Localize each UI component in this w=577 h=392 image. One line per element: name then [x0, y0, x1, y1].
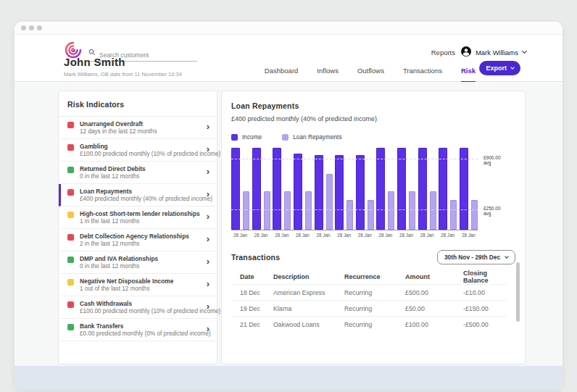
- date-range-select[interactable]: 30th Nov - 29th Dec: [437, 250, 515, 264]
- bar-group: [231, 148, 249, 230]
- income-bar: [439, 148, 447, 230]
- table-cell: Oakwood Loans: [273, 321, 344, 328]
- income-bar: [460, 148, 468, 230]
- tab-dashboard[interactable]: Dashboard: [265, 67, 298, 81]
- loan-repayments-bar: [450, 200, 457, 230]
- risk-item-subtitle: 12 days in the last 12 months: [80, 128, 157, 136]
- window-control-dot[interactable]: [21, 25, 26, 30]
- bar-group: [439, 148, 457, 230]
- risk-item-title: Negative Net Disposable Income: [80, 278, 173, 285]
- chevron-down-icon: [510, 65, 515, 70]
- risk-list-item[interactable]: Negative Net Disposable Income1 out of t…: [59, 274, 217, 296]
- x-axis-label: 28 Jan: [439, 233, 457, 238]
- table-scrollbar[interactable]: [516, 262, 520, 322]
- x-axis-label: 28 Jan: [356, 233, 374, 238]
- table-row[interactable]: 18 DecAmerican ExpressRecurring£500.00-£…: [231, 284, 507, 300]
- risk-list-item[interactable]: Cash Withdrawals£100.00 predicted monthl…: [59, 296, 217, 319]
- status-square-icon: [67, 167, 74, 173]
- status-square-icon: [67, 144, 74, 151]
- column-header: Date: [240, 273, 273, 280]
- risk-indicators-panel: Risk Indicators Unarranged Overdraft12 d…: [58, 91, 217, 364]
- chart-ylabels: £900.00avg£250.00avg: [478, 148, 515, 230]
- legend-label: Loan Repayments: [293, 133, 341, 141]
- loan-repayments-bar: [284, 191, 291, 230]
- reports-link[interactable]: Reports: [431, 49, 455, 57]
- tab-inflows[interactable]: Inflows: [317, 67, 339, 81]
- risk-item-text: Unarranged Overdraft12 days in the last …: [80, 120, 157, 136]
- risk-item-text: DMP and IVA Relationships0 in the last 1…: [80, 255, 158, 271]
- tab-outflows[interactable]: Outflows: [357, 67, 384, 81]
- chevron-right-icon: ›: [207, 324, 209, 333]
- loan-repayments-bar: [471, 200, 478, 230]
- column-header: Description: [273, 273, 344, 280]
- risk-list-item[interactable]: High-cost Short-term lender relationship…: [59, 207, 217, 229]
- table-row[interactable]: 21 DecOakwood LoansRecurring£100.00-£500…: [231, 316, 507, 332]
- table-cell: Recurring: [344, 305, 405, 312]
- x-axis-label: 28 Jan: [397, 233, 415, 238]
- risk-item-subtitle: £400 predicted monthly (40% of predicted…: [80, 196, 212, 204]
- export-button[interactable]: Export: [479, 61, 520, 75]
- income-bar: [356, 155, 365, 230]
- table-row[interactable]: 19 DecKlarnaRecurring£50.00-£150.00: [231, 300, 507, 316]
- risk-item-text: Negative Net Disposable Income1 out of t…: [80, 278, 173, 293]
- table-body: 18 DecAmerican ExpressRecurring£500.00-£…: [231, 284, 507, 332]
- risk-list-item[interactable]: Unarranged Overdraft12 days in the last …: [59, 117, 217, 139]
- chevron-right-icon: ›: [207, 144, 209, 154]
- y-axis-label: £250.00avg: [483, 206, 501, 217]
- table-cell: -£500.00: [463, 321, 507, 328]
- risk-item-title: Debt Collection Agency Relationships: [80, 233, 189, 241]
- legend-swatch: [231, 134, 238, 141]
- risk-list-item[interactable]: Debt Collection Agency Relationships2 in…: [59, 229, 217, 251]
- table-header-row: DateDescriptionRecurrenceAmountClosing B…: [231, 270, 507, 284]
- table-cell: Recurring: [344, 289, 405, 296]
- table-cell: 18 Dec: [240, 289, 273, 296]
- column-header: Amount: [405, 273, 463, 280]
- risk-list-item[interactable]: Gambling£100.00 predicted monthly (10% o…: [59, 139, 217, 162]
- chart-xlabels: 28 Jan28 Jan28 Jan28 Jan28 Jan28 Jan28 J…: [231, 233, 478, 238]
- chevron-right-icon: ›: [207, 257, 209, 266]
- risk-item-subtitle: 1 in the last 12 months: [80, 218, 200, 226]
- risk-list-item[interactable]: Returned Direct Debits0 in the last 12 m…: [59, 162, 217, 184]
- x-axis-label: 28 Jan: [418, 233, 436, 238]
- risk-list-item[interactable]: Bank Transfers£0.00 predicted monthly (0…: [59, 319, 217, 341]
- risk-detail-panel: Loan Repayments £400 predicted monthly (…: [221, 91, 526, 364]
- risk-item-title: High-cost Short-term lender relationship…: [80, 210, 200, 218]
- chart-bars: [231, 148, 478, 230]
- loan-repayments-bar: [368, 200, 374, 230]
- risk-item-title: Loan Repayments: [80, 188, 212, 196]
- income-bar: [376, 148, 385, 230]
- chart-title: Loan Repayments: [231, 101, 299, 110]
- income-bar: [294, 154, 302, 230]
- chart-plot: [231, 148, 478, 230]
- income-bar: [273, 148, 281, 230]
- bar-group: [294, 154, 312, 230]
- x-axis-label: 28 Jan: [294, 233, 312, 238]
- status-square-icon: [67, 279, 74, 285]
- risk-item-subtitle: 1 out of the last 12 months: [80, 285, 173, 293]
- tab-transactions[interactable]: Transactions: [403, 67, 442, 81]
- window-control-dot[interactable]: [29, 25, 34, 30]
- status-square-icon: [67, 189, 74, 196]
- table-cell: 21 Dec: [240, 321, 273, 328]
- risk-item-subtitle: 0 in the last 12 months: [80, 263, 158, 271]
- window-control-dot[interactable]: [37, 25, 42, 30]
- x-axis-label: 28 Jan: [252, 233, 270, 238]
- risk-item-title: Returned Direct Debits: [80, 165, 146, 173]
- table-cell: American Express: [273, 289, 344, 296]
- tab-risk[interactable]: Risk: [461, 67, 476, 81]
- risk-item-subtitle: £100.00 predicted monthly (10% of predic…: [80, 151, 220, 159]
- risk-item-subtitle: 0 in the last 12 months: [80, 173, 146, 181]
- average-line: [231, 159, 478, 159]
- risk-item-subtitle: £0.00 predicted monthly (0% of predicted…: [80, 330, 211, 338]
- loan-repayments-bar: [243, 191, 249, 230]
- risk-item-title: Gambling: [80, 143, 220, 151]
- table-cell: £100.00: [405, 321, 463, 328]
- user-menu[interactable]: Mark Williams: [461, 46, 526, 58]
- risk-list-item[interactable]: DMP and IVA Relationships0 in the last 1…: [59, 251, 217, 274]
- risk-item-subtitle: £100.00 predicted monthly (10% of predic…: [80, 308, 220, 316]
- risk-list-item[interactable]: Loan Repayments£400 predicted monthly (4…: [59, 184, 217, 207]
- bar-group: [315, 155, 333, 230]
- chevron-right-icon: ›: [207, 122, 209, 131]
- status-square-icon: [67, 122, 74, 128]
- income-bar: [397, 148, 406, 230]
